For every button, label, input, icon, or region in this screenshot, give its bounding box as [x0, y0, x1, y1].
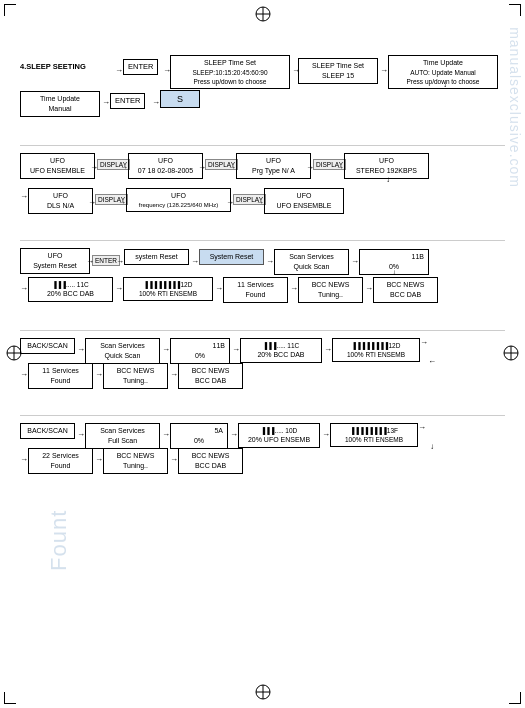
back-scan-2: BACK/SCAN	[20, 423, 75, 439]
left-row-bsq2: →	[20, 370, 28, 379]
corner-bl	[4, 692, 16, 704]
arrow18: →	[191, 257, 199, 266]
arrow21: →	[115, 284, 123, 293]
arrow17: →	[116, 257, 124, 266]
sep-line-3	[20, 330, 505, 331]
100pct-rti-2: ▐▐▐▐▐▐▐▐12D 100% RTI ENSEMB	[332, 338, 420, 362]
scan-services-full: Scan Services Full Scan	[85, 423, 160, 449]
scan-services-quick-1: Scan Services Quick Scan	[274, 249, 349, 275]
arrow36: →	[95, 455, 103, 464]
arrow15: →	[256, 198, 264, 207]
time-update-manual: Time Update Manual	[20, 91, 100, 117]
arrow4: →	[102, 98, 110, 107]
corner-br	[509, 692, 521, 704]
bcc-news-tuning-3: BCC NEWS Tuning..	[103, 448, 168, 474]
bcc-news-bcc-dab-1: BCC NEWS BCC DAB	[373, 277, 438, 303]
arrow-right-end: →	[420, 338, 428, 347]
arrow30: →	[170, 370, 178, 379]
left-row-bsf2: →	[20, 455, 28, 464]
arrow25: →	[77, 345, 85, 354]
arrow35: →	[418, 423, 426, 432]
bcc-news-bcc-dab-2: BCC NEWS BCC DAB	[178, 363, 243, 389]
down-arrow-stereo: ↓	[386, 175, 390, 184]
top-compass	[255, 6, 271, 24]
arrow24: →	[365, 284, 373, 293]
11-services-found-1: 11 Services Found	[223, 277, 288, 303]
sleep-enter-arrow: →	[115, 66, 123, 75]
arrow31: →	[77, 430, 85, 439]
arrow28: →	[324, 345, 332, 354]
arrow34: →	[322, 430, 330, 439]
sleep-time-set-2: SLEEP Time Set SLEEP 15	[298, 58, 378, 84]
ufo-prog-type: UFO Prg Type N/ A	[236, 153, 311, 179]
arrow16: →	[86, 257, 94, 266]
arrow20: →	[351, 257, 359, 266]
ufo-dls: UFO DLS N/A	[28, 188, 93, 214]
20pct-ufo-ensemb: ▐▐▐..... 10D 20% UFO ENSEMB	[238, 423, 320, 448]
corner-tl	[4, 4, 16, 16]
arrow8: →	[198, 163, 206, 172]
arrow9: →	[228, 163, 236, 172]
20pct-bcc-dab-2: ▐▐▐..... 11C 20% BCC DAB	[240, 338, 322, 363]
arrow19: →	[266, 257, 274, 266]
arrow23: →	[290, 284, 298, 293]
left-row2-arrow: →	[20, 192, 28, 201]
enter-box-sleep: ENTER	[123, 59, 158, 75]
right-compass	[503, 345, 519, 363]
100pct-rti-3: ▐▐▐▐▐▐▐▐13F 100% RTI ENSEMB	[330, 423, 418, 447]
ufo-system-reset: UFO System Reset	[20, 248, 90, 274]
bcc-news-bcc-dab-3: BCC NEWS BCC DAB	[178, 448, 243, 474]
page-content: manualsexclusive.com manualsexclusive.co…	[0, 0, 525, 708]
arrow7: →	[120, 163, 128, 172]
back-scan-1: BACK/SCAN	[20, 338, 75, 354]
100pct-rti-1: ▐▐▐▐▐▐▐▐12D 100% RTI ENSEMB	[123, 277, 213, 301]
ufo-date: UFO 07 18 02-08-2005	[128, 153, 203, 179]
exclusive-watermark: manualsexclusive.com	[507, 27, 523, 188]
ufo-frequency: UFO frequency (128.225/640 MHz)	[126, 188, 231, 212]
sleep-time-set-1: SLEEP Time Set SLEEP:10:15:20:45:60:90 P…	[170, 55, 290, 89]
20pct-bcc-dab-1: ▐▐▐..... 11C 20% BCC DAB	[28, 277, 113, 302]
fount-watermark: Fount	[46, 510, 72, 571]
arrow32: →	[162, 430, 170, 439]
down-arrow-11b: ↓	[392, 268, 396, 277]
arrow33: →	[230, 430, 238, 439]
ufo-ensemble: UFO UFO ENSEMBLE	[20, 153, 95, 179]
corner-tr	[509, 4, 521, 16]
bcc-news-tuning-2: BCC NEWS Tuning..	[103, 363, 168, 389]
arrow10: →	[306, 163, 314, 172]
arrow27: →	[232, 345, 240, 354]
s-box: S	[160, 90, 200, 108]
system-reset-highlight: System Reset	[199, 249, 264, 265]
sep-line-2	[20, 240, 505, 241]
down-arrow-end-f: ↓	[430, 442, 434, 451]
11-services-found-2: 11 Services Found	[28, 363, 93, 389]
sep-line-1	[20, 145, 505, 146]
enter-box-2: ENTER	[110, 93, 145, 109]
arrow22: →	[215, 284, 223, 293]
bcc-news-tuning-1: BCC NEWS Tuning..	[298, 277, 363, 303]
arrow37: →	[170, 455, 178, 464]
arrow5: →	[152, 98, 160, 107]
bottom-compass	[255, 684, 271, 702]
sleep-section-label: 4.SLEEP SEETING	[20, 62, 86, 71]
system-reset-box: system Reset	[124, 249, 189, 265]
sep-line-4	[20, 415, 505, 416]
arrow29: →	[95, 370, 103, 379]
down-arrow-end-q: ↓	[428, 360, 437, 364]
down-arrow-time: ↓	[443, 80, 447, 89]
arrow12: →	[88, 198, 96, 207]
5a-0pct: 5A 0%	[170, 423, 228, 449]
left-row-sys2: →	[20, 284, 28, 293]
arrow14: →	[226, 198, 234, 207]
scan-services-quick-2: Scan Services Quick Scan	[85, 338, 160, 364]
ufo-ensemble-2: UFO UFO ENSEMBLE	[264, 188, 344, 214]
arrow13: →	[118, 198, 126, 207]
arrow26: →	[162, 345, 170, 354]
arrow3: →	[380, 66, 388, 75]
arrow6: →	[90, 163, 98, 172]
11b-0pct-2: 11B 0%	[170, 338, 230, 364]
22-services-found: 22 Services Found	[28, 448, 93, 474]
arrow11: →	[336, 163, 344, 172]
